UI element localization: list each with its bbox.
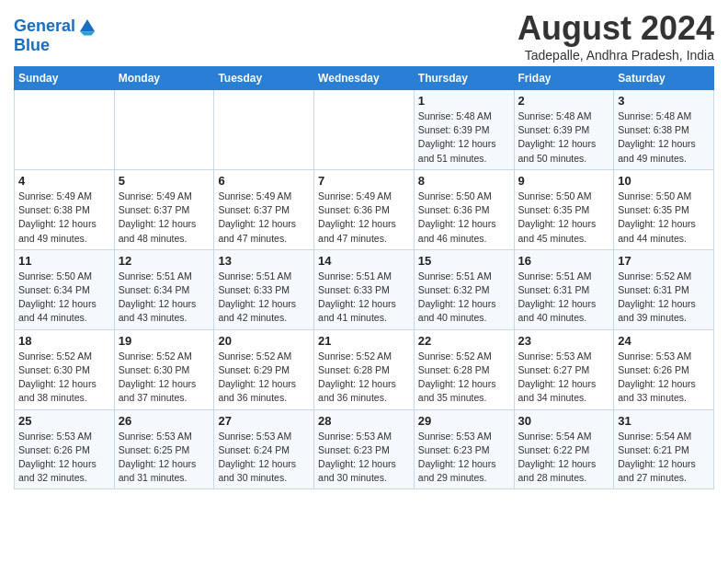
logo-text: General [14,17,75,36]
logo-text2: Blue [14,37,97,55]
day-number: 25 [18,414,110,428]
day-info: Sunrise: 5:53 AM Sunset: 6:24 PM Dayligh… [218,430,310,486]
day-number: 18 [18,334,110,348]
week-row-3: 11Sunrise: 5:50 AM Sunset: 6:34 PM Dayli… [15,249,714,329]
day-number: 15 [418,254,510,268]
day-cell: 17Sunrise: 5:52 AM Sunset: 6:31 PM Dayli… [614,249,714,329]
day-number: 29 [418,414,510,428]
day-cell: 8Sunrise: 5:50 AM Sunset: 6:36 PM Daylig… [414,169,514,249]
day-cell: 6Sunrise: 5:49 AM Sunset: 6:37 PM Daylig… [214,169,314,249]
day-cell: 20Sunrise: 5:52 AM Sunset: 6:29 PM Dayli… [214,329,314,409]
svg-marker-1 [80,31,95,35]
day-info: Sunrise: 5:49 AM Sunset: 6:36 PM Dayligh… [318,190,410,246]
day-info: Sunrise: 5:50 AM Sunset: 6:34 PM Dayligh… [18,270,110,326]
day-number: 14 [318,254,410,268]
day-info: Sunrise: 5:53 AM Sunset: 6:25 PM Dayligh… [119,430,210,486]
day-info: Sunrise: 5:52 AM Sunset: 6:30 PM Dayligh… [119,350,210,406]
day-cell: 24Sunrise: 5:53 AM Sunset: 6:26 PM Dayli… [614,329,714,409]
day-cell: 1Sunrise: 5:48 AM Sunset: 6:39 PM Daylig… [414,90,514,170]
header-row: SundayMondayTuesdayWednesdayThursdayFrid… [15,67,714,90]
col-header-monday: Monday [114,67,214,90]
day-cell: 27Sunrise: 5:53 AM Sunset: 6:24 PM Dayli… [214,409,314,489]
day-number: 9 [518,174,610,188]
week-row-5: 25Sunrise: 5:53 AM Sunset: 6:26 PM Dayli… [15,409,714,489]
day-number: 7 [318,174,410,188]
day-info: Sunrise: 5:52 AM Sunset: 6:28 PM Dayligh… [418,350,510,406]
title-area: August 2024 Tadepalle, Andhra Pradesh, I… [518,9,714,63]
calendar-table: SundayMondayTuesdayWednesdayThursdayFrid… [14,66,714,489]
day-cell: 13Sunrise: 5:51 AM Sunset: 6:33 PM Dayli… [214,249,314,329]
day-info: Sunrise: 5:51 AM Sunset: 6:34 PM Dayligh… [119,270,210,326]
day-info: Sunrise: 5:51 AM Sunset: 6:31 PM Dayligh… [518,270,610,326]
week-row-4: 18Sunrise: 5:52 AM Sunset: 6:30 PM Dayli… [15,329,714,409]
day-cell: 3Sunrise: 5:48 AM Sunset: 6:38 PM Daylig… [614,90,714,170]
svg-marker-0 [80,19,95,31]
day-number: 13 [218,254,310,268]
day-info: Sunrise: 5:51 AM Sunset: 6:33 PM Dayligh… [218,270,310,326]
day-cell: 16Sunrise: 5:51 AM Sunset: 6:31 PM Dayli… [514,249,614,329]
day-cell: 29Sunrise: 5:53 AM Sunset: 6:23 PM Dayli… [414,409,514,489]
day-number: 17 [618,254,710,268]
day-info: Sunrise: 5:50 AM Sunset: 6:36 PM Dayligh… [418,190,510,246]
day-cell: 2Sunrise: 5:48 AM Sunset: 6:39 PM Daylig… [514,90,614,170]
day-cell: 15Sunrise: 5:51 AM Sunset: 6:32 PM Dayli… [414,249,514,329]
day-info: Sunrise: 5:48 AM Sunset: 6:38 PM Dayligh… [618,109,710,166]
day-info: Sunrise: 5:54 AM Sunset: 6:22 PM Dayligh… [518,430,610,486]
day-info: Sunrise: 5:51 AM Sunset: 6:32 PM Dayligh… [418,270,510,326]
day-number: 28 [318,414,410,428]
day-cell: 21Sunrise: 5:52 AM Sunset: 6:28 PM Dayli… [314,329,415,409]
day-number: 5 [119,174,210,188]
day-cell: 18Sunrise: 5:52 AM Sunset: 6:30 PM Dayli… [15,329,115,409]
day-info: Sunrise: 5:48 AM Sunset: 6:39 PM Dayligh… [518,109,610,166]
week-row-1: 1Sunrise: 5:48 AM Sunset: 6:39 PM Daylig… [15,90,714,170]
day-info: Sunrise: 5:52 AM Sunset: 6:30 PM Dayligh… [18,350,110,406]
day-cell [15,90,115,170]
calendar-subtitle: Tadepalle, Andhra Pradesh, India [518,48,714,63]
col-header-sunday: Sunday [15,67,115,90]
day-cell: 9Sunrise: 5:50 AM Sunset: 6:35 PM Daylig… [514,169,614,249]
day-number: 19 [119,334,210,348]
day-number: 1 [418,94,510,108]
day-number: 22 [418,334,510,348]
day-info: Sunrise: 5:48 AM Sunset: 6:39 PM Dayligh… [418,109,510,166]
day-number: 10 [618,174,710,188]
day-number: 2 [518,94,610,108]
day-cell [214,90,314,170]
day-cell: 11Sunrise: 5:50 AM Sunset: 6:34 PM Dayli… [15,249,115,329]
day-number: 6 [218,174,310,188]
day-info: Sunrise: 5:52 AM Sunset: 6:29 PM Dayligh… [218,350,310,406]
day-cell: 23Sunrise: 5:53 AM Sunset: 6:27 PM Dayli… [514,329,614,409]
day-cell [314,90,415,170]
day-info: Sunrise: 5:52 AM Sunset: 6:28 PM Dayligh… [318,350,410,406]
day-info: Sunrise: 5:49 AM Sunset: 6:37 PM Dayligh… [218,190,310,246]
day-cell: 28Sunrise: 5:53 AM Sunset: 6:23 PM Dayli… [314,409,415,489]
day-number: 20 [218,334,310,348]
day-info: Sunrise: 5:49 AM Sunset: 6:38 PM Dayligh… [18,190,110,246]
day-number: 11 [18,254,110,268]
day-number: 23 [518,334,610,348]
day-number: 24 [618,334,710,348]
day-info: Sunrise: 5:53 AM Sunset: 6:26 PM Dayligh… [618,350,710,406]
day-info: Sunrise: 5:53 AM Sunset: 6:23 PM Dayligh… [318,430,410,486]
day-cell: 7Sunrise: 5:49 AM Sunset: 6:36 PM Daylig… [314,169,415,249]
logo: General Blue [14,17,97,55]
day-cell: 26Sunrise: 5:53 AM Sunset: 6:25 PM Dayli… [114,409,214,489]
day-number: 8 [418,174,510,188]
day-cell: 31Sunrise: 5:54 AM Sunset: 6:21 PM Dayli… [614,409,714,489]
day-cell: 22Sunrise: 5:52 AM Sunset: 6:28 PM Dayli… [414,329,514,409]
day-cell: 10Sunrise: 5:50 AM Sunset: 6:35 PM Dayli… [614,169,714,249]
col-header-saturday: Saturday [614,67,714,90]
day-info: Sunrise: 5:50 AM Sunset: 6:35 PM Dayligh… [518,190,610,246]
col-header-wednesday: Wednesday [314,67,415,90]
week-row-2: 4Sunrise: 5:49 AM Sunset: 6:38 PM Daylig… [15,169,714,249]
day-cell: 14Sunrise: 5:51 AM Sunset: 6:33 PM Dayli… [314,249,415,329]
day-cell: 30Sunrise: 5:54 AM Sunset: 6:22 PM Dayli… [514,409,614,489]
day-number: 3 [618,94,710,108]
day-info: Sunrise: 5:54 AM Sunset: 6:21 PM Dayligh… [618,430,710,486]
day-info: Sunrise: 5:53 AM Sunset: 6:23 PM Dayligh… [418,430,510,486]
day-info: Sunrise: 5:52 AM Sunset: 6:31 PM Dayligh… [618,270,710,326]
day-number: 26 [119,414,210,428]
header: General Blue August 2024 Tadepalle, Andh… [14,9,714,63]
col-header-thursday: Thursday [414,67,514,90]
day-number: 27 [218,414,310,428]
